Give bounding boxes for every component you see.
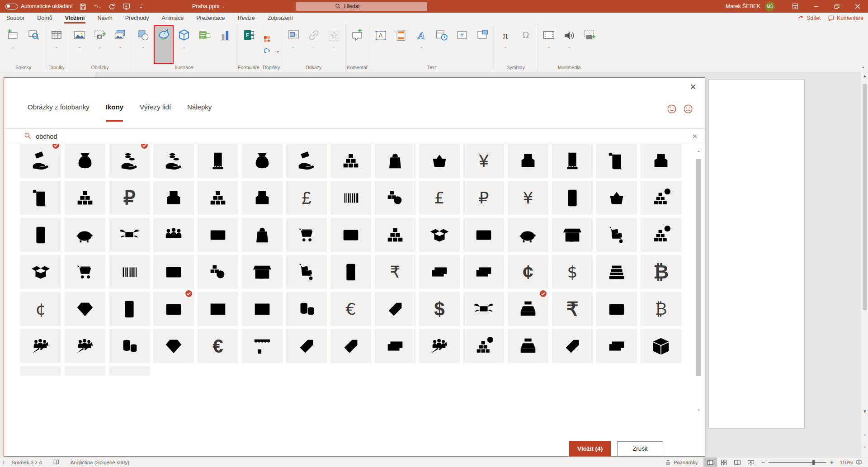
icon-cell-cart[interactable]: [286, 218, 327, 252]
customize-qat-button[interactable]: ⌄̄: [137, 2, 145, 10]
ribbon-button-záhlaví[interactable]: [391, 25, 411, 64]
clear-search-icon[interactable]: ✕: [692, 132, 698, 141]
icon-cell-people[interactable]: [153, 218, 194, 252]
icon-cell-glyph[interactable]: ¥: [463, 144, 504, 178]
grid-scroll-down-icon[interactable]: ⌄: [695, 406, 702, 411]
icon-cell-coins[interactable]: [109, 329, 150, 363]
icon-cell-register[interactable]: [508, 329, 548, 363]
share-button[interactable]: Sdílet: [798, 15, 821, 22]
icon-cell-mobilemoney[interactable]: [330, 255, 371, 289]
icon-cell-flywing[interactable]: [463, 292, 504, 326]
icon-cell-empty[interactable]: [109, 366, 150, 376]
ribbon-button-snímek[interactable]: ⌄: [90, 25, 110, 64]
search-bar[interactable]: Hledat: [296, 2, 427, 11]
minimize-button[interactable]: [806, 0, 826, 13]
icon-cell-empty[interactable]: [65, 366, 105, 376]
icon-cell-blocks[interactable]: [198, 181, 238, 215]
icon-cell-store[interactable]: [242, 255, 283, 289]
ribbon-button-moje-doplňky[interactable]: ⌄: [263, 47, 280, 55]
icon-cell-glyph[interactable]: ₿: [641, 292, 681, 326]
icon-cell-glyph[interactable]: ₿: [641, 255, 681, 289]
icon-cell-bills[interactable]: [596, 329, 637, 363]
icon-cell-glyph[interactable]: ¥: [508, 181, 548, 215]
app-vertical-scrollbar[interactable]: ▲ ▼ ⌃ ⌄: [861, 72, 868, 457]
zoom-slider-thumb[interactable]: [812, 460, 815, 465]
icon-cell-envelope[interactable]: [242, 181, 283, 215]
ribbon-tab-návrh[interactable]: Návrh: [91, 13, 118, 24]
zoom-in-button[interactable]: +: [830, 459, 834, 466]
ribbon-button-textové[interactable]: [371, 25, 391, 64]
icon-cell-handmoney[interactable]: [286, 144, 327, 178]
collapse-ribbon-icon[interactable]: ⌃: [861, 66, 865, 72]
document-title[interactable]: Praha.pptx ⌄: [192, 0, 225, 13]
ribbon-tab-prezentace[interactable]: Prezentace: [190, 13, 231, 24]
avatar[interactable]: MŠ: [765, 1, 775, 11]
ribbon-button-ikony[interactable]: [154, 25, 174, 64]
autosave-toggle[interactable]: Automatické ukládání: [5, 3, 73, 9]
dialog-tab-nálepky[interactable]: Nálepky: [187, 103, 212, 115]
icon-cell-cardcross[interactable]: [463, 218, 504, 252]
ribbon-tab-zobrazení[interactable]: Zobrazení: [261, 13, 299, 24]
icon-cell-envelope[interactable]: [508, 144, 548, 178]
icon-cell-store[interactable]: [552, 218, 593, 252]
icon-cell-card[interactable]: [330, 218, 371, 252]
undo-button[interactable]: ⌄: [94, 2, 102, 10]
icon-cell-moneybag[interactable]: [65, 144, 105, 178]
fit-slide-button[interactable]: [855, 458, 863, 467]
icon-cell-receipt[interactable]: [552, 144, 593, 178]
close-button[interactable]: [847, 0, 868, 13]
ribbon-button-forms[interactable]: [239, 25, 259, 64]
ribbon-button-obrázky[interactable]: ⌄: [70, 25, 90, 64]
scrollbar-thumb[interactable]: [863, 84, 867, 310]
undo-dropdown-icon[interactable]: ⌄: [99, 5, 102, 9]
icon-cell-bills[interactable]: [463, 255, 504, 289]
ribbon-button-recyklovat[interactable]: [24, 25, 43, 64]
view-slideshow-button[interactable]: [744, 458, 758, 467]
ribbon-tab-soubor[interactable]: Soubor: [0, 13, 31, 24]
icon-cell-cart[interactable]: [65, 255, 105, 289]
scroll-up-icon[interactable]: ▲: [861, 74, 868, 78]
cancel-button[interactable]: Zrušit: [617, 441, 663, 456]
icon-cell-tag[interactable]: [330, 329, 371, 363]
icon-cell-glyph[interactable]: ₽: [109, 181, 150, 215]
zoom-out-button[interactable]: −: [761, 459, 765, 466]
icon-cell-dolly[interactable]: [286, 255, 327, 289]
icon-cell-diamond[interactable]: [65, 292, 105, 326]
icon-cell-blocks[interactable]: [330, 144, 371, 178]
icon-cell-piggy[interactable]: [65, 218, 105, 252]
ribbon-button-fotoalbum[interactable]: ⌄: [110, 25, 130, 64]
feedback-frown-icon[interactable]: [683, 104, 693, 116]
icon-cell-glyph[interactable]: ¢: [508, 255, 548, 289]
icon-cell-barcode[interactable]: [330, 181, 371, 215]
icon-cell-peoplearrow[interactable]: [65, 329, 105, 363]
feedback-smile-icon[interactable]: [667, 104, 677, 116]
ribbon-display-options-button[interactable]: [785, 0, 806, 13]
previous-slide-button[interactable]: ⌃: [861, 434, 868, 439]
icon-cell-wallet[interactable]: [153, 292, 194, 326]
icon-cell-boxsearch[interactable]: [375, 181, 415, 215]
grid-scrollbar-thumb[interactable]: [696, 159, 701, 376]
icon-cell-moneystack[interactable]: [596, 255, 637, 289]
dialog-tab-ikony[interactable]: Ikony: [106, 103, 123, 115]
zoom-level[interactable]: 110%: [837, 460, 853, 465]
icon-cell-bills[interactable]: [375, 329, 415, 363]
ribbon-button-smartart[interactable]: [194, 25, 214, 64]
icon-search-field[interactable]: obchod ✕: [4, 128, 705, 144]
icon-cell-boxopen[interactable]: [419, 218, 460, 252]
ribbon-button-zvuk[interactable]: ⌄: [559, 25, 579, 64]
insert-button[interactable]: Vložit (4): [569, 441, 611, 456]
ribbon-button-číslo[interactable]: [452, 25, 472, 64]
icon-cell-scroll[interactable]: [20, 181, 61, 215]
dialog-tab-obrázky-z-fotobanky[interactable]: Obrázky z fotobanky: [28, 103, 90, 115]
icon-cell-blocks[interactable]: [65, 181, 105, 215]
icon-cell-moneybag[interactable]: [242, 144, 283, 178]
slide-canvas[interactable]: [708, 79, 805, 429]
ribbon-button-3d[interactable]: ⌄: [174, 25, 194, 64]
ribbon-button-komentář[interactable]: [347, 25, 367, 64]
icon-cell-wallet[interactable]: [596, 292, 637, 326]
icon-cell-empty[interactable]: [20, 366, 61, 376]
icon-cell-envelope[interactable]: [641, 144, 681, 178]
icon-cell-glyph[interactable]: €: [330, 292, 371, 326]
icon-cell-boxsearch[interactable]: [198, 255, 238, 289]
ribbon-button-tabulka[interactable]: ⌄: [47, 25, 66, 64]
